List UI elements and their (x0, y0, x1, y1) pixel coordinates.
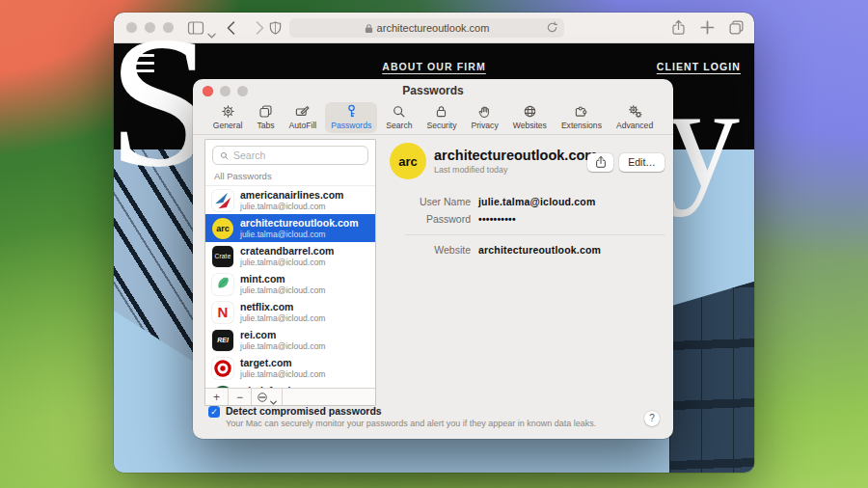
hero-letter-right: y (667, 65, 740, 209)
site-username: julie.talma@icloud.com (240, 202, 343, 211)
netflix-icon: N (212, 302, 233, 323)
privacy-icon (476, 103, 493, 120)
prefs-tab-advanced[interactable]: Advanced (610, 102, 659, 133)
password-list: americanairlines.comjulie.talma@icloud.c… (205, 186, 375, 388)
remove-password-button[interactable]: − (229, 389, 252, 405)
detail-header: arc architectureoutlook.com Last modifie… (388, 139, 665, 179)
prefs-toolbar: GeneralTabsAutoFillPasswordsSearchSecuri… (193, 102, 673, 133)
edit-button[interactable]: Edit… (619, 153, 665, 172)
field-label: Password (388, 213, 471, 225)
toolbar-right-group (670, 19, 745, 36)
help-button[interactable]: ? (644, 411, 660, 426)
more-options-button[interactable] (252, 389, 283, 405)
address-bar[interactable]: architectureoutlook.com (289, 18, 564, 38)
share-icon[interactable] (670, 19, 687, 36)
site-name: americanairlines.com (240, 189, 343, 201)
prefs-tab-label: General (213, 121, 243, 130)
site-name: target.com (240, 357, 326, 368)
site-username: julie.talma@icloud.com (240, 341, 326, 351)
search-field[interactable] (212, 146, 368, 165)
site-name: rei.com (240, 329, 326, 340)
detail-site-title: architectureoutlook.com (434, 148, 587, 163)
site-username: julie.talma@icloud.com (240, 258, 334, 267)
prefs-tab-passwords[interactable]: Passwords (325, 102, 377, 133)
url-text: architectureoutlook.com (377, 22, 490, 34)
checkbox-description: Your Mac can securely monitor your passw… (226, 419, 596, 428)
detail-last-modified: Last modified today (434, 165, 587, 175)
password-list-panel: All Passwords americanairlines.comjulie.… (204, 139, 376, 406)
site-username: julie.talma@icloud.com (240, 369, 326, 379)
desktop-wallpaper: architectureoutlook.com (0, 0, 868, 488)
new-tab-icon[interactable] (699, 19, 716, 36)
toolbar-divider (193, 134, 673, 135)
site-username: julie.talma@icloud.com (240, 285, 326, 295)
autofill-icon (294, 103, 311, 120)
prefs-tab-label: Advanced (616, 121, 653, 130)
search-input[interactable] (233, 149, 362, 161)
prefs-tab-search[interactable]: Search (380, 102, 418, 133)
password-list-item-mint.com[interactable]: mint.comjulie.talma@icloud.com (205, 270, 375, 298)
site-username: julie.talma@icloud.com (240, 313, 326, 323)
password-list-item-crateandbarrel.com[interactable]: Cratecrateandbarrel.comjulie.talma@iclou… (205, 242, 375, 270)
general-icon (220, 103, 236, 120)
website-label: Website (388, 244, 471, 256)
back-icon[interactable] (226, 20, 236, 36)
advanced-icon (627, 103, 643, 120)
building-photo-right (669, 282, 754, 473)
password-detail-pane: arc architectureoutlook.com Last modifie… (388, 139, 665, 406)
checkbox-label: Detect compromised passwords (226, 405, 382, 417)
privacy-shield-icon[interactable] (268, 20, 283, 36)
rei-icon: REI (212, 330, 233, 351)
password-list-item-rei.com[interactable]: REIrei.comjulie.talma@icloud.com (205, 326, 375, 354)
extensions-icon (573, 103, 589, 120)
prefs-tab-label: Passwords (331, 121, 371, 130)
prefs-tab-autofill[interactable]: AutoFill (284, 102, 323, 133)
add-password-button[interactable]: + (205, 389, 229, 405)
site-username: julie.talma@icloud.com (240, 230, 359, 239)
passwords-window: Passwords GeneralTabsAutoFillPasswordsSe… (193, 79, 673, 439)
fields-divider (405, 234, 665, 235)
prefs-tab-extensions[interactable]: Extensions (556, 102, 608, 133)
prefs-tab-label: Extensions (561, 121, 602, 130)
credential-fields: User Namejulie.talma@icloud.comPassword•… (388, 196, 665, 225)
share-icon (595, 155, 607, 169)
websites-icon (522, 103, 538, 120)
dialog-zoom-button[interactable] (237, 86, 248, 96)
password-list-item-target.com[interactable]: target.comjulie.talma@icloud.com (205, 354, 375, 382)
prefs-tab-websites[interactable]: Websites (507, 102, 553, 133)
prefs-tab-label: Tabs (257, 121, 274, 130)
field-row-user-name: User Namejulie.talma@icloud.com (388, 196, 665, 207)
field-label: User Name (388, 196, 471, 207)
site-name: mint.com (240, 273, 326, 285)
dialog-close-button[interactable] (203, 86, 213, 96)
mint-icon (212, 274, 233, 295)
dialog-titlebar: Passwords (193, 79, 673, 102)
dialog-minimize-button[interactable] (220, 86, 231, 96)
search-icon (219, 150, 230, 161)
share-password-button[interactable] (587, 153, 613, 172)
prefs-tab-label: Search (386, 121, 412, 130)
forward-icon[interactable] (255, 20, 265, 36)
site-name: netflix.com (240, 301, 326, 312)
field-value[interactable]: julie.talma@icloud.com (478, 196, 595, 207)
prefs-tab-security[interactable]: Security (420, 102, 462, 133)
tabs-icon (258, 103, 274, 120)
password-list-item-architectureoutlook.com[interactable]: arcarchitectureoutlook.comjulie.talma@ic… (205, 214, 375, 242)
dialog-bottom-bar: ✓ Detect compromised passwords Your Mac … (208, 405, 662, 432)
prefs-tab-label: AutoFill (289, 121, 317, 130)
password-list-item-americanairlines.com[interactable]: americanairlines.comjulie.talma@icloud.c… (205, 186, 375, 214)
detect-compromised-checkbox[interactable]: ✓ (208, 406, 220, 418)
password-list-item-netflix.com[interactable]: Nnetflix.comjulie.talma@icloud.com (205, 298, 375, 326)
prefs-tab-privacy[interactable]: Privacy (466, 102, 504, 133)
nav-about-link[interactable]: ABOUT OUR FIRM (382, 61, 486, 72)
reload-icon[interactable] (546, 21, 558, 34)
prefs-tab-label: Security (426, 121, 456, 130)
passwords-icon (343, 103, 360, 120)
prefs-tab-general[interactable]: General (207, 102, 249, 133)
list-section-header: All Passwords (205, 169, 375, 186)
tab-overview-icon[interactable] (728, 19, 745, 36)
crateandbarrel-icon: Crate (212, 246, 233, 267)
prefs-tab-tabs[interactable]: Tabs (251, 102, 280, 133)
chevron-down-icon (270, 394, 277, 399)
field-value[interactable]: •••••••••• (478, 213, 516, 225)
